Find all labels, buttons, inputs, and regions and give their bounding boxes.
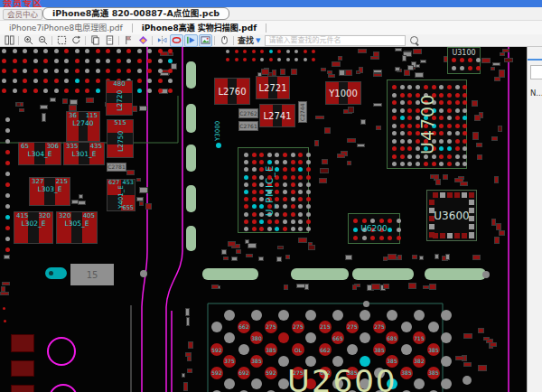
small-component <box>284 285 288 290</box>
mounting-hole <box>47 337 76 366</box>
small-component <box>429 284 436 290</box>
bga-ball <box>85 89 89 93</box>
bga-ball <box>283 153 287 157</box>
layers-icon[interactable] <box>136 34 150 47</box>
bga-ball <box>2 79 6 83</box>
small-component <box>139 201 144 206</box>
small-component <box>445 254 450 260</box>
bga-ball <box>306 212 311 217</box>
mouse-icon[interactable] <box>218 34 231 47</box>
small-component <box>407 65 414 70</box>
small-component <box>126 170 135 175</box>
toolbar-separator <box>85 36 86 45</box>
bga-ball: 385 <box>427 343 440 356</box>
inductor: 65306L304_E <box>18 142 61 165</box>
bga-ball <box>401 344 412 355</box>
component-label: U3600 <box>427 210 476 222</box>
bga-ball <box>5 182 10 187</box>
bga-ball <box>5 128 10 133</box>
bga-ball <box>455 154 460 159</box>
small-component <box>402 55 406 61</box>
bga-ball <box>447 131 452 135</box>
bga-ball <box>306 227 311 231</box>
doc-tab[interactable]: iPhone8高通 实物扫描图.pdf <box>133 22 266 33</box>
small-component <box>419 256 424 260</box>
bga-ball <box>400 93 405 98</box>
bga-ball <box>168 49 173 53</box>
bga-ball: 592 <box>210 343 223 356</box>
bga-ball <box>252 212 257 217</box>
member-center-button[interactable]: 会员中心 <box>3 9 42 20</box>
bga-ball <box>294 50 298 53</box>
bga-ball <box>33 79 38 83</box>
mirror-icon[interactable] <box>155 34 169 47</box>
bga-ball <box>106 49 110 53</box>
small-component <box>412 255 417 259</box>
dropdown-caret-icon[interactable]: ▼ <box>256 37 260 44</box>
arrow-icon[interactable] <box>184 34 198 47</box>
ball-value: 275 <box>293 323 303 330</box>
small-component <box>78 201 86 205</box>
bga-ball <box>463 93 467 98</box>
bga-ball <box>414 310 425 321</box>
bga-ball <box>468 58 472 62</box>
bga-ball <box>439 139 444 144</box>
small-component <box>2 282 10 285</box>
small-component <box>490 342 497 347</box>
ball-value: 215 <box>320 323 330 330</box>
bga-ball <box>260 50 264 53</box>
bga-ball <box>463 124 467 128</box>
pcb-file-tab[interactable]: iPhone8高通 820-00887-A点位图.pcb <box>42 7 229 20</box>
bga-ball <box>370 236 375 240</box>
page-icon[interactable] <box>103 34 117 47</box>
bga-ball <box>75 69 79 73</box>
value-label: 320 <box>59 212 70 219</box>
connector-pad <box>352 268 414 280</box>
toolbar-separator <box>51 36 52 45</box>
bga-ball <box>291 212 295 217</box>
find-button[interactable]: 查找 ▼ <box>238 34 260 46</box>
bga-ball <box>298 212 303 217</box>
doc-tab[interactable]: iPhone7iPhone8电原理图.pdf <box>0 22 132 33</box>
small-component <box>371 284 380 290</box>
panel-filter-input[interactable] <box>530 65 542 79</box>
tab-separator <box>266 23 266 33</box>
value-label: 320 <box>39 212 51 219</box>
small-component <box>211 285 219 289</box>
small-component <box>320 168 329 173</box>
bga-ball <box>85 49 89 53</box>
highlight-ellipse-icon[interactable] <box>170 34 183 47</box>
bga-ball <box>64 89 69 93</box>
bga-ball <box>447 146 452 151</box>
bga-ball <box>392 93 397 98</box>
bga-ball <box>235 50 238 53</box>
bga-ball <box>455 100 460 105</box>
image-view-icon[interactable] <box>199 34 212 47</box>
select-region-icon[interactable] <box>55 34 69 47</box>
bga-ball <box>332 310 343 321</box>
bga-ball <box>291 160 295 164</box>
zoom-in-icon[interactable] <box>22 34 35 47</box>
search-magnifier-icon[interactable] <box>410 36 418 44</box>
zoom-out-icon[interactable] <box>36 34 50 47</box>
ball-value: 375 <box>224 358 234 364</box>
small-component <box>337 154 345 158</box>
ball-value: 662 <box>320 347 330 353</box>
search-input[interactable] <box>265 35 406 46</box>
flag-icon[interactable] <box>122 34 136 47</box>
rotate-icon[interactable] <box>70 34 83 47</box>
via-pad <box>4 320 6 322</box>
via-pad <box>363 301 369 307</box>
small-component <box>319 178 327 183</box>
pages-icon[interactable] <box>3 34 16 47</box>
small-component <box>285 255 290 259</box>
bga-ball <box>400 108 405 113</box>
bga-ball <box>168 69 173 73</box>
bga-ball <box>5 139 10 144</box>
component-label: L2721 <box>257 83 289 93</box>
pcb-canvas[interactable]: U_PMIC_EU4700U3100U6200480L2720515L27503… <box>0 47 527 392</box>
value-label: 115 <box>86 112 98 119</box>
bga-ball <box>252 58 256 61</box>
copy-icon[interactable] <box>89 34 102 47</box>
small-component <box>139 187 148 193</box>
